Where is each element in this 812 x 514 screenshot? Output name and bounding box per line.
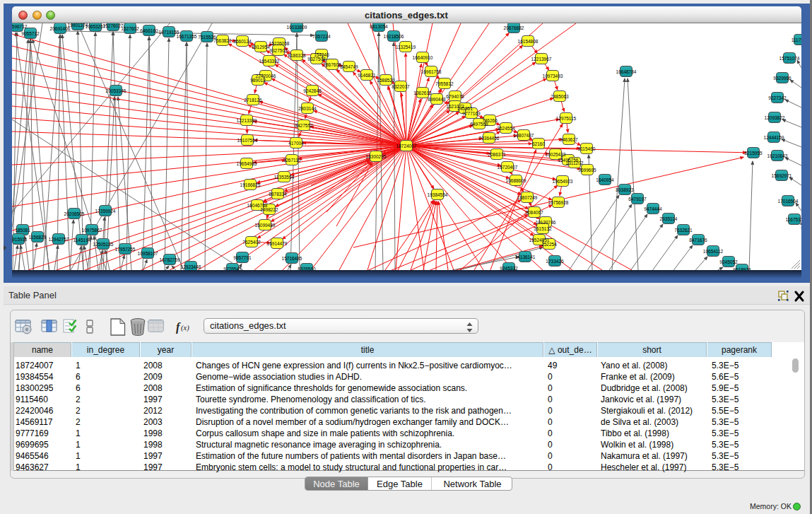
svg-text:1167533: 1167533 (786, 217, 801, 222)
svg-text:10975867: 10975867 (82, 228, 102, 233)
svg-text:6466160: 6466160 (140, 28, 158, 33)
svg-text:62160: 62160 (532, 141, 545, 146)
svg-text:7955812: 7955812 (435, 81, 454, 86)
svg-text:8376560: 8376560 (298, 267, 316, 271)
svg-text:15751074: 15751074 (779, 56, 800, 61)
svg-text:9227342: 9227342 (768, 95, 787, 100)
svg-text:9327503: 9327503 (269, 48, 288, 53)
svg-text:8990448: 8990448 (428, 97, 446, 102)
svg-text:16154808: 16154808 (518, 39, 539, 44)
svg-text:9327508: 9327508 (307, 57, 326, 62)
svg-text:1640954: 1640954 (596, 177, 614, 182)
svg-text:12975115: 12975115 (556, 116, 577, 121)
svg-text:17359924: 17359924 (95, 209, 116, 214)
svg-text:12444159: 12444159 (764, 135, 784, 140)
svg-text:9618976: 9618976 (733, 267, 751, 271)
svg-text:6497568: 6497568 (470, 122, 488, 127)
svg-text:7625402: 7625402 (242, 240, 261, 245)
svg-text:9329966: 9329966 (773, 76, 792, 81)
svg-text:2803144: 2803144 (298, 106, 317, 111)
svg-text:15716485: 15716485 (282, 256, 302, 261)
svg-text:8878334: 8878334 (269, 192, 287, 197)
svg-text:16914479: 16914479 (267, 241, 288, 246)
svg-text:15692971: 15692971 (772, 173, 792, 178)
svg-text:15226058: 15226058 (269, 41, 290, 46)
svg-text:20206505: 20206505 (64, 211, 85, 216)
svg-text:12923448: 12923448 (181, 264, 201, 269)
svg-text:6479197: 6479197 (628, 197, 647, 201)
svg-text:16640910: 16640910 (413, 55, 433, 60)
svg-text:1588520: 1588520 (377, 78, 395, 83)
svg-text:417004: 417004 (288, 141, 304, 146)
svg-text:10958107: 10958107 (138, 251, 158, 256)
svg-text:20364456: 20364456 (479, 136, 500, 141)
svg-text:16210643: 16210643 (767, 153, 788, 158)
svg-text:1615132: 1615132 (534, 226, 552, 231)
svg-text:10107554: 10107554 (237, 138, 258, 143)
svg-text:9777169: 9777169 (462, 111, 481, 116)
svg-text:8813054: 8813054 (370, 24, 388, 29)
svg-text:18596712: 18596712 (12, 24, 28, 29)
svg-text:3267110: 3267110 (283, 158, 301, 163)
svg-text:16782759: 16782759 (160, 257, 180, 262)
svg-text:19218506: 19218506 (384, 34, 404, 39)
svg-text:17957255: 17957255 (115, 247, 136, 252)
svg-text:8454749: 8454749 (340, 64, 358, 69)
svg-text:19654923: 19654923 (553, 179, 573, 184)
svg-text:18300295: 18300295 (366, 154, 387, 159)
svg-text:17016504: 17016504 (778, 199, 799, 204)
svg-text:16671355: 16671355 (177, 34, 197, 39)
svg-text:10025433: 10025433 (546, 152, 566, 157)
svg-text:6794078: 6794078 (446, 94, 464, 99)
svg-text:19654985: 19654985 (237, 161, 257, 166)
svg-text:10807487: 10807487 (514, 133, 534, 138)
svg-text:12213967: 12213967 (531, 57, 552, 62)
svg-text:8938923: 8938923 (616, 187, 634, 192)
svg-text:9084067: 9084067 (525, 210, 543, 215)
svg-text:9115460: 9115460 (578, 146, 596, 151)
svg-text:14136141: 14136141 (515, 255, 536, 259)
svg-text:1145194: 1145194 (73, 238, 91, 243)
svg-text:3624554: 3624554 (497, 126, 515, 131)
svg-text:10688609: 10688609 (506, 178, 526, 183)
svg-text:1498222: 1498222 (260, 207, 278, 212)
svg-text:9242848: 9242848 (303, 88, 322, 93)
svg-text:9146821: 9146821 (358, 73, 376, 78)
svg-text:9463627: 9463627 (560, 137, 578, 142)
svg-text:f: f (176, 321, 181, 334)
svg-text:8471676: 8471676 (689, 238, 707, 243)
svg-text:2935114: 2935114 (660, 216, 678, 221)
svg-text:989012: 989012 (250, 78, 266, 83)
svg-text:1527602: 1527602 (121, 26, 139, 31)
svg-text:18724007: 18724007 (396, 144, 417, 148)
svg-text:185081: 185081 (15, 228, 30, 233)
svg-text:10120746: 10120746 (536, 220, 556, 225)
svg-text:8427552: 8427552 (295, 123, 313, 128)
svg-text:2086371: 2086371 (488, 152, 506, 157)
svg-text:15720407: 15720407 (498, 165, 518, 170)
svg-text:1733426: 1733426 (546, 259, 564, 264)
svg-text:7357224: 7357224 (312, 34, 331, 39)
svg-text:10756928: 10756928 (548, 200, 569, 205)
svg-text:16648784: 16648784 (616, 69, 637, 74)
svg-text:9055712: 9055712 (21, 31, 40, 36)
svg-text:19384554: 19384554 (428, 192, 448, 197)
svg-text:1117530: 1117530 (792, 37, 801, 42)
svg-text:1311202: 1311202 (566, 160, 584, 165)
svg-text:16033809: 16033809 (287, 25, 307, 30)
svg-text:16543392: 16543392 (259, 59, 280, 64)
svg-text:18807249: 18807249 (517, 195, 538, 200)
svg-text:252254: 252254 (541, 242, 557, 247)
svg-text:7485063: 7485063 (551, 94, 569, 99)
svg-text:8215955: 8215955 (744, 151, 763, 156)
svg-text:16099489: 16099489 (255, 223, 276, 228)
svg-text:12505185: 12505185 (93, 242, 114, 247)
svg-text:1362615: 1362615 (413, 90, 432, 95)
svg-text:245861: 245861 (457, 106, 473, 111)
svg-text:9245332: 9245332 (500, 266, 518, 271)
svg-text:12213389: 12213389 (237, 118, 257, 123)
svg-text:(x): (x) (181, 324, 189, 332)
svg-text:16961758: 16961758 (421, 69, 442, 74)
svg-text:2718126: 2718126 (244, 98, 262, 103)
svg-text:7663822: 7663822 (213, 38, 232, 43)
